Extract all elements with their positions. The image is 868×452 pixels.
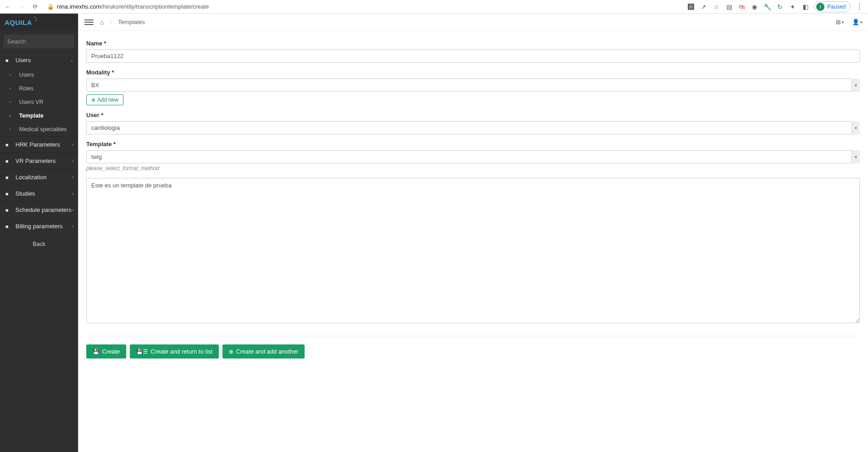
back-label: Back: [33, 241, 45, 247]
sidebar-group-label: Schedule parameters: [15, 206, 72, 213]
user-select[interactable]: cardiologia: [86, 121, 860, 134]
modality-value: BX: [91, 82, 99, 88]
chevron-left-icon: ‹: [72, 175, 74, 180]
refresh-ext-icon[interactable]: ↻: [776, 3, 784, 11]
chevron-double-icon: »: [9, 73, 15, 77]
chevron-left-icon: ‹: [72, 224, 74, 229]
logo-text: AQUILA: [5, 19, 32, 26]
folder-icon: ■: [5, 158, 12, 164]
topbar: ⌂ / Templates ⊞ ▾ 👤 ▾: [78, 14, 868, 31]
sidebar-search[interactable]: 🔍: [4, 34, 74, 48]
plus-circle-icon: ⊕: [91, 97, 95, 103]
profile-status: Paused: [827, 4, 846, 10]
browser-reload-button[interactable]: ⟳: [30, 3, 40, 10]
share-icon[interactable]: ↗: [700, 3, 708, 11]
folder-icon: ■: [5, 207, 12, 213]
hamburger-button[interactable]: [84, 18, 94, 26]
wrench-icon[interactable]: 🔧: [763, 3, 771, 11]
user-icon: 👤: [852, 19, 859, 25]
browser-chrome: ← → ⟳ 🔒 nina.imexhs.com/hiruko/entity/tr…: [0, 0, 868, 14]
create-add-another-button[interactable]: ⊕ Create and add another: [222, 344, 305, 359]
chevron-left-icon: ‹: [72, 191, 74, 196]
sidebar-group-hrk-parameters[interactable]: ■ HRK Parameters ‹: [0, 136, 78, 152]
browser-forward-button: →: [16, 3, 26, 10]
breadcrumb-separator: /: [110, 19, 112, 25]
modality-select[interactable]: BX: [86, 79, 860, 92]
select-arrow-icon[interactable]: ▾: [852, 79, 860, 92]
template-body-field[interactable]: [86, 178, 860, 323]
sidebar-group-label: HRK Parameters: [15, 141, 60, 148]
name-label: Name *: [86, 40, 860, 47]
extensions-icon[interactable]: ✦: [789, 3, 797, 11]
template-select[interactable]: twig: [86, 150, 860, 163]
folder-icon: ■: [5, 175, 12, 180]
browser-url[interactable]: nina.imexhs.com/hiruko/entity/transcript…: [57, 3, 209, 10]
chevron-double-icon: »: [9, 100, 15, 104]
sidebar-item-medical-specialties[interactable]: » Medical specialties: [0, 123, 78, 136]
browser-back-button[interactable]: ←: [3, 3, 13, 10]
reading-list-icon[interactable]: ▤: [725, 3, 733, 11]
sidebar: AQUILA 🔍 ■ Users ⌄ » Users » Roles » Use…: [0, 14, 78, 452]
user-value: cardiologia: [91, 124, 120, 131]
chevron-left-icon: ‹: [72, 207, 74, 212]
plus-square-icon: ⊞: [836, 19, 841, 25]
sidebar-item-label: Users: [19, 72, 34, 78]
caret-down-icon: ▾: [860, 20, 863, 25]
add-new-modality-button[interactable]: ⊕ Add new: [86, 94, 123, 105]
topbar-add-menu[interactable]: ⊞ ▾: [836, 19, 844, 25]
browser-menu-button[interactable]: ⋮: [855, 2, 863, 11]
avatar-icon: I: [816, 3, 824, 11]
plus-circle-icon: ⊕: [229, 349, 233, 355]
save-icon: 💾: [93, 349, 99, 355]
template-label: Template *: [86, 141, 860, 147]
home-icon[interactable]: ⌂: [100, 19, 104, 26]
chevron-left-icon: ‹: [72, 142, 74, 147]
folder-icon: ■: [5, 224, 12, 229]
sidebar-group-schedule-parameters[interactable]: ■ Schedule parameters ‹: [0, 201, 78, 218]
sidebar-item-users-vr[interactable]: » Users VR: [0, 95, 78, 109]
chevron-double-icon: »: [9, 86, 15, 91]
user-label: User *: [86, 112, 860, 118]
sidebar-back-link[interactable]: Back: [0, 234, 78, 254]
chevron-left-icon: ‹: [72, 158, 74, 163]
sidebar-group-localization[interactable]: ■ Localization ‹: [0, 169, 78, 185]
cart-icon[interactable]: 🛍: [738, 3, 746, 11]
topbar-user-menu[interactable]: 👤 ▾: [852, 19, 863, 25]
sidebar-group-studies[interactable]: ■ Studies ‹: [0, 185, 78, 201]
add-new-label: Add new: [97, 97, 118, 103]
sidebar-group-vr-parameters[interactable]: ■ VR Parameters ‹: [0, 152, 78, 169]
star-icon[interactable]: ☆: [712, 3, 720, 11]
create-return-button[interactable]: 💾☰ Create and return to list: [130, 344, 219, 359]
translate-icon[interactable]: 🅰: [687, 3, 695, 11]
chevron-double-icon: »: [9, 113, 15, 118]
sidebar-item-roles[interactable]: » Roles: [0, 82, 78, 95]
breadcrumb: ⌂ / Templates: [100, 19, 145, 26]
search-input[interactable]: [7, 38, 84, 45]
sidebar-item-template[interactable]: » Template: [0, 109, 78, 123]
url-path: /hiruko/entity/transcriptiontemplate/cre…: [101, 3, 209, 10]
panel-icon[interactable]: ◧: [801, 3, 809, 11]
breadcrumb-current[interactable]: Templates: [118, 19, 145, 25]
modality-label: Modality *: [86, 69, 860, 76]
sidebar-group-users[interactable]: ■ Users ⌄: [0, 52, 78, 68]
name-field[interactable]: [86, 49, 860, 63]
lock-icon: 🔒: [47, 4, 54, 10]
chevron-double-icon: »: [9, 127, 15, 132]
profile-badge[interactable]: I Paused: [814, 1, 851, 12]
sidebar-item-label: Template: [19, 113, 44, 119]
sidebar-group-label: Users: [15, 57, 31, 64]
create-label: Create: [102, 348, 120, 355]
create-return-label: Create and return to list: [151, 348, 212, 355]
logo-ring-icon: [31, 16, 37, 22]
sidebar-group-label: Billing parameters: [15, 223, 63, 230]
extension-dot-icon[interactable]: ◉: [750, 3, 759, 11]
create-button[interactable]: 💾 Create: [86, 344, 126, 359]
sidebar-item-users[interactable]: » Users: [0, 68, 78, 82]
sidebar-group-label: Studies: [15, 190, 35, 197]
select-arrow-icon[interactable]: ▾: [852, 121, 860, 134]
app-logo[interactable]: AQUILA: [5, 19, 32, 26]
select-arrow-icon[interactable]: ▾: [852, 150, 860, 163]
sidebar-group-billing-parameters[interactable]: ■ Billing parameters ‹: [0, 218, 78, 234]
sidebar-group-label: VR Parameters: [15, 157, 56, 164]
folder-icon: ■: [5, 191, 12, 197]
